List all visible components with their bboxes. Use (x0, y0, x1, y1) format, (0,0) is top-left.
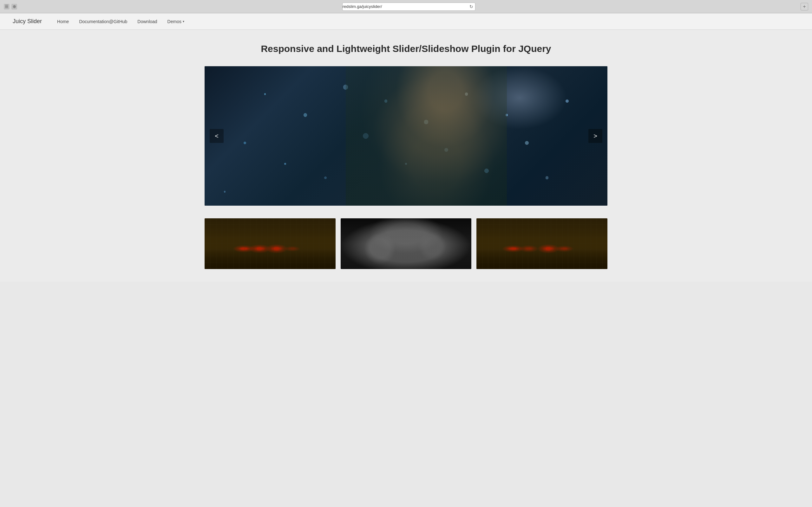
url-bar-container: redslim.ga/juicyslider/ ↻ (20, 3, 798, 11)
url-bar[interactable]: redslim.ga/juicyslider/ ↻ (342, 3, 475, 11)
browser-controls: ☰ ⊕ (4, 4, 17, 9)
slider-image (205, 66, 607, 206)
refresh-icon[interactable]: ↻ (469, 4, 475, 9)
thumbnail-row (205, 218, 607, 269)
demos-chevron-icon: ▾ (183, 20, 184, 23)
slider-person-figure (346, 66, 527, 206)
thumbnail-2[interactable] (341, 218, 472, 269)
slider-prev-button[interactable]: < (210, 129, 223, 143)
browser-chrome: ☰ ⊕ redslim.ga/juicyslider/ ↻ + (0, 0, 812, 13)
nav-link-demos[interactable]: Demos (167, 19, 182, 24)
nav-brand: Juicy Slider (13, 18, 42, 25)
navbar: Juicy Slider Home Documentation@GitHub D… (0, 13, 812, 30)
browser-menu-button[interactable]: ☰ (4, 4, 9, 9)
url-text: redslim.ga/juicyslider/ (343, 4, 382, 9)
nav-link-docs[interactable]: Documentation@GitHub (79, 19, 127, 24)
browser-new-tab-button[interactable]: ⊕ (11, 4, 17, 9)
new-tab-button[interactable]: + (801, 3, 808, 10)
nav-link-demos-container[interactable]: Demos ▾ (167, 19, 184, 24)
main-content: Responsive and Lightweight Slider/Slides… (0, 30, 812, 282)
slider-next-button[interactable]: > (589, 129, 602, 143)
thumbnail-1[interactable] (205, 218, 336, 269)
page-heading: Responsive and Lightweight Slider/Slides… (19, 43, 793, 55)
nav-link-home[interactable]: Home (57, 19, 69, 24)
main-slider: < > (205, 66, 607, 206)
nav-link-download[interactable]: Download (137, 19, 157, 24)
slider-glow (472, 66, 567, 130)
thumbnail-3[interactable] (476, 218, 607, 269)
